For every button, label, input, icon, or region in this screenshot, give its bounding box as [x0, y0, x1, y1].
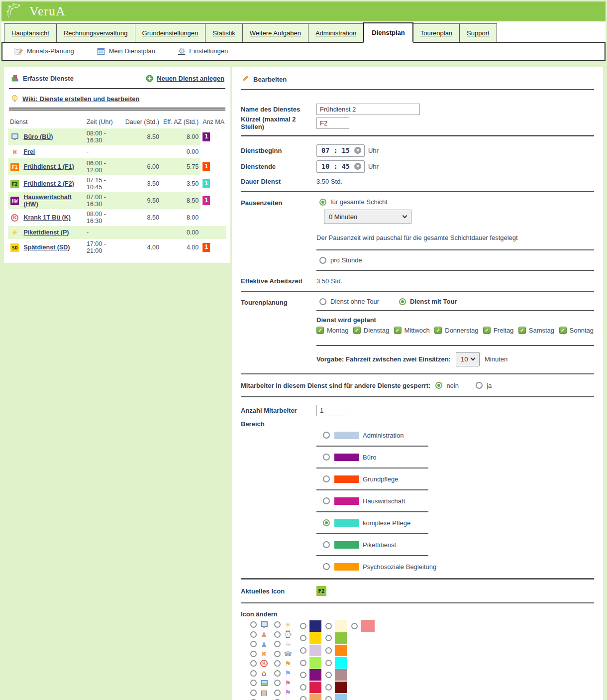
day-checkbox-mittwoch[interactable]: ✓ — [394, 327, 402, 334]
icon-option-radio[interactable] — [274, 621, 281, 628]
name-des-dienstes-input[interactable] — [316, 104, 420, 115]
tab-support[interactable]: Support — [459, 23, 497, 42]
bereich-radio-hauswirtschaft[interactable] — [323, 497, 330, 504]
bereich-radio-komplexe-pflege[interactable] — [323, 519, 330, 526]
service-name-link[interactable]: Frühdienst 1 (F1) — [23, 163, 74, 170]
kuerzel-input[interactable] — [316, 117, 349, 129]
tab-hauptansicht[interactable]: Hauptansicht — [4, 23, 57, 42]
day-label: Freitag — [494, 327, 513, 334]
dienst-ohne-tour-radio[interactable] — [319, 298, 326, 305]
color-option-radio[interactable] — [300, 623, 306, 629]
pausen-minuten-select[interactable]: 0 Minuten — [324, 210, 411, 224]
day-checkbox-donnerstag[interactable]: ✓ — [434, 327, 442, 334]
person-clock-orange-icon: ♟ — [260, 630, 268, 638]
icon-option-radio[interactable] — [274, 690, 281, 696]
icon-option-radio[interactable] — [250, 660, 257, 667]
color-option-radio[interactable] — [325, 660, 332, 666]
color-option-radio[interactable] — [325, 684, 332, 691]
anzahl-mitarbeiter-label: Anzahl Mitarbeiter — [241, 407, 316, 414]
day-mittwoch: ✓Mittwoch — [394, 327, 430, 334]
clear-time-icon[interactable]: ✕ — [354, 147, 361, 154]
tab-bar: HauptansichtRechnungsverwaltungGrundeins… — [1, 21, 606, 43]
day-checkbox-freitag[interactable]: ✓ — [483, 327, 491, 334]
icon-option-radio[interactable] — [250, 651, 257, 657]
color-option-radio[interactable] — [325, 623, 332, 629]
service-name-link[interactable]: Frei — [23, 148, 35, 155]
effektive-arbeitszeit-value: 3.50 Std. — [316, 277, 342, 285]
bereich-radio-psychosoziale-begleitung[interactable] — [323, 563, 330, 570]
tab-dienstplan[interactable]: Dienstplan — [363, 22, 413, 43]
uhr-suffix: Uhr — [368, 147, 379, 154]
service-name-link[interactable]: Frühdienst 2 (F2) — [23, 180, 74, 187]
day-checkbox-dienstag[interactable]: ✓ — [353, 327, 361, 334]
divider — [316, 467, 428, 468]
dienstende-time-input[interactable]: 10 : 45 ✕ — [316, 160, 365, 173]
wiki-link[interactable]: Wiki: Dienste erstellen und bearbeiten — [22, 95, 139, 103]
color-option-radio[interactable] — [325, 635, 332, 641]
service-name-link[interactable]: Pikettdienst (P) — [23, 229, 69, 236]
sub-navigation: Monats-Planung Mein Dienstplan ⚙ Einstel… — [1, 43, 606, 61]
icon-option-radio[interactable] — [250, 690, 257, 696]
icon-option-radio[interactable] — [250, 641, 257, 647]
tab-administration[interactable]: Administration — [308, 23, 364, 42]
service-name-link[interactable]: Büro (BÜ) — [23, 133, 53, 140]
service-name-link[interactable]: Krank 1T Bü (K) — [23, 214, 70, 221]
subnav-item-einstellungen[interactable]: ⚙ Einstellungen — [178, 47, 228, 55]
day-label: Dienstag — [364, 327, 389, 334]
icon-option-radio[interactable] — [274, 670, 281, 677]
subnav-item-monats-planung[interactable]: Monats-Planung — [14, 47, 74, 55]
services-table-body: Büro (BÜ)08:00 - 16:308.508.001✖Frei-0.0… — [8, 128, 226, 256]
color-option-radio[interactable] — [325, 696, 332, 700]
dienstbeginn-time-input[interactable]: 07 : 15 ✕ — [316, 144, 365, 157]
tab-rechnungsverwaltung[interactable]: Rechnungsverwaltung — [56, 23, 135, 42]
day-checkbox-samstag[interactable]: ✓ — [518, 327, 526, 334]
bereich-radio-pikettdienst[interactable] — [323, 541, 330, 548]
icon-option-radio[interactable] — [250, 670, 257, 677]
icon-option-radio[interactable] — [250, 621, 257, 628]
color-swatch — [309, 645, 321, 656]
weekday-checkbox-row: ✓Montag✓Dienstag✓Mittwoch✓Donnerstag✓Fre… — [316, 327, 594, 334]
bereich-radio-administration[interactable] — [323, 432, 330, 439]
icon-option-radio[interactable] — [250, 680, 257, 686]
pausen-schicht-radio[interactable] — [319, 199, 326, 206]
gesperrt-nein-radio[interactable] — [435, 382, 442, 389]
icon-option-radio[interactable] — [274, 641, 281, 647]
tab-tourenplan[interactable]: Tourenplan — [413, 23, 460, 42]
service-name-link[interactable]: Hausweritschaft (HW) — [23, 194, 72, 208]
color-option-radio[interactable] — [351, 623, 358, 629]
day-checkbox-montag[interactable]: ✓ — [316, 327, 324, 334]
new-service-link[interactable]: Neuen Dienst anlegen — [146, 75, 224, 82]
dienst-mit-tour-radio[interactable] — [399, 298, 406, 305]
tab-statistik[interactable]: Statistik — [205, 23, 243, 42]
pausen-stunde-radio[interactable] — [319, 257, 326, 264]
color-option-radio[interactable] — [300, 684, 306, 691]
chevron-down-icon — [403, 214, 407, 219]
icon-option-radio[interactable] — [274, 631, 281, 638]
color-option-radio[interactable] — [325, 647, 332, 654]
color-option-radio[interactable] — [300, 660, 306, 666]
service-eff-az: 4.00 — [161, 239, 201, 256]
anzahl-mitarbeiter-input[interactable] — [316, 405, 349, 416]
icon-option-radio[interactable] — [274, 680, 281, 686]
color-option-radio[interactable] — [300, 647, 306, 654]
tab-weitere-aufgaben[interactable]: Weitere Aufgaben — [242, 23, 308, 42]
icon-option-radio[interactable] — [274, 660, 281, 667]
service-name-link[interactable]: Spätdienst (SD) — [23, 244, 70, 251]
gesperrt-ja-radio[interactable] — [476, 382, 483, 389]
day-label: Samstag — [529, 327, 554, 334]
icon-option-radio[interactable] — [250, 631, 257, 638]
bereich-radio-grundpflege[interactable] — [323, 475, 330, 482]
fahrzeit-select[interactable]: 10 — [456, 352, 480, 366]
icon-option-radio[interactable] — [274, 651, 281, 657]
color-option-radio[interactable] — [300, 672, 306, 678]
day-checkbox-sonntag[interactable]: ✓ — [559, 327, 567, 334]
subnav-item-mein-dienstplan[interactable]: Mein Dienstplan — [97, 47, 155, 55]
clear-time-icon[interactable]: ✕ — [354, 163, 361, 170]
bereich-option-administration: Administration — [316, 429, 594, 442]
tab-grundeinstellungen[interactable]: Grundeinstellungen — [135, 23, 206, 42]
bereich-radio-buro[interactable] — [323, 454, 330, 461]
color-option-radio[interactable] — [325, 672, 332, 678]
color-option-radio[interactable] — [300, 696, 306, 700]
color-option-radio[interactable] — [300, 635, 306, 641]
divider — [316, 511, 428, 512]
